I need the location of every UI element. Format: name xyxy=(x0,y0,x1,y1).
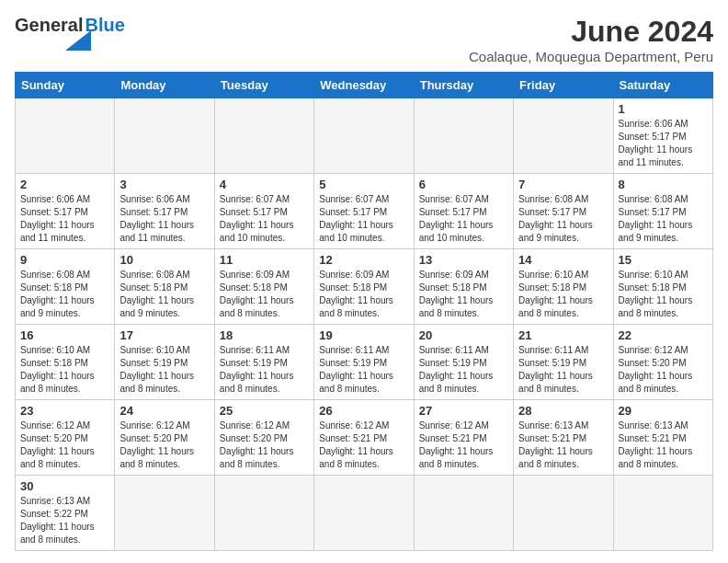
daylight-text: Daylight: 11 hours and 8 minutes. xyxy=(220,371,294,394)
calendar-day-cell xyxy=(514,98,613,174)
sunset-text: Sunset: 5:22 PM xyxy=(20,509,88,519)
calendar-day-cell: 26Sunrise: 6:12 AMSunset: 5:21 PMDayligh… xyxy=(314,400,414,476)
day-info: Sunrise: 6:11 AMSunset: 5:19 PMDaylight:… xyxy=(319,344,408,396)
daylight-text: Daylight: 11 hours and 8 minutes. xyxy=(619,371,693,394)
daylight-text: Daylight: 11 hours and 8 minutes. xyxy=(518,446,593,469)
sunrise-text: Sunrise: 6:11 AM xyxy=(419,345,489,355)
calendar-header-saturday: Saturday xyxy=(613,73,712,98)
calendar-day-cell xyxy=(214,476,313,551)
calendar-week-row: 2Sunrise: 6:06 AMSunset: 5:17 PMDaylight… xyxy=(16,174,713,249)
sunset-text: Sunset: 5:20 PM xyxy=(619,358,687,368)
calendar-day-cell: 3Sunrise: 6:06 AMSunset: 5:17 PMDaylight… xyxy=(115,174,214,249)
calendar-day-cell xyxy=(115,476,214,551)
calendar-day-cell: 16Sunrise: 6:10 AMSunset: 5:18 PMDayligh… xyxy=(16,325,115,400)
day-info: Sunrise: 6:10 AMSunset: 5:18 PMDaylight:… xyxy=(619,269,708,320)
sunrise-text: Sunrise: 6:07 AM xyxy=(419,194,489,204)
sunrise-text: Sunrise: 6:08 AM xyxy=(518,194,588,204)
day-number: 17 xyxy=(119,328,209,342)
day-number: 1 xyxy=(619,102,708,116)
day-number: 5 xyxy=(319,178,408,191)
daylight-text: Daylight: 11 hours and 8 minutes. xyxy=(319,295,393,318)
sunrise-text: Sunrise: 6:10 AM xyxy=(518,270,588,280)
day-number: 27 xyxy=(419,404,508,418)
daylight-text: Daylight: 11 hours and 9 minutes. xyxy=(619,220,693,243)
day-info: Sunrise: 6:07 AMSunset: 5:17 PMDaylight:… xyxy=(319,193,408,245)
day-number: 7 xyxy=(518,178,608,191)
day-number: 6 xyxy=(419,178,508,191)
day-number: 3 xyxy=(119,178,209,191)
day-number: 25 xyxy=(220,404,309,418)
logo-triangle xyxy=(65,30,91,54)
sunrise-text: Sunrise: 6:08 AM xyxy=(119,270,189,280)
daylight-text: Daylight: 11 hours and 8 minutes. xyxy=(20,371,95,394)
day-info: Sunrise: 6:13 AMSunset: 5:21 PMDaylight:… xyxy=(518,419,608,471)
day-number: 15 xyxy=(619,253,708,267)
day-info: Sunrise: 6:12 AMSunset: 5:20 PMDaylight:… xyxy=(20,419,109,471)
calendar-day-cell xyxy=(314,476,414,551)
daylight-text: Daylight: 11 hours and 10 minutes. xyxy=(319,220,393,243)
daylight-text: Daylight: 11 hours and 9 minutes. xyxy=(119,295,194,318)
sunrise-text: Sunrise: 6:06 AM xyxy=(20,194,90,204)
daylight-text: Daylight: 11 hours and 8 minutes. xyxy=(319,446,393,469)
calendar-day-cell: 12Sunrise: 6:09 AMSunset: 5:18 PMDayligh… xyxy=(314,249,414,325)
day-info: Sunrise: 6:09 AMSunset: 5:18 PMDaylight:… xyxy=(319,269,408,320)
sunrise-text: Sunrise: 6:12 AM xyxy=(220,420,290,431)
sunrise-text: Sunrise: 6:07 AM xyxy=(319,194,389,204)
daylight-text: Daylight: 11 hours and 8 minutes. xyxy=(220,446,294,469)
calendar-day-cell: 4Sunrise: 6:07 AMSunset: 5:17 PMDaylight… xyxy=(214,174,313,249)
day-info: Sunrise: 6:09 AMSunset: 5:18 PMDaylight:… xyxy=(419,269,508,320)
calendar-day-cell: 11Sunrise: 6:09 AMSunset: 5:18 PMDayligh… xyxy=(214,249,313,325)
day-number: 10 xyxy=(119,253,209,267)
daylight-text: Daylight: 11 hours and 8 minutes. xyxy=(319,371,393,394)
day-info: Sunrise: 6:08 AMSunset: 5:18 PMDaylight:… xyxy=(20,269,109,320)
calendar-day-cell: 27Sunrise: 6:12 AMSunset: 5:21 PMDayligh… xyxy=(414,400,513,476)
calendar-header-friday: Friday xyxy=(514,73,613,98)
sunrise-text: Sunrise: 6:06 AM xyxy=(619,119,688,129)
day-info: Sunrise: 6:10 AMSunset: 5:19 PMDaylight:… xyxy=(119,344,209,396)
calendar-day-cell: 20Sunrise: 6:11 AMSunset: 5:19 PMDayligh… xyxy=(414,325,513,400)
calendar-header-tuesday: Tuesday xyxy=(214,73,313,98)
day-info: Sunrise: 6:11 AMSunset: 5:19 PMDaylight:… xyxy=(518,344,608,396)
calendar-day-cell: 1Sunrise: 6:06 AMSunset: 5:17 PMDaylight… xyxy=(613,98,712,174)
day-info: Sunrise: 6:10 AMSunset: 5:18 PMDaylight:… xyxy=(518,269,608,320)
daylight-text: Daylight: 11 hours and 9 minutes. xyxy=(518,220,593,243)
calendar-week-row: 16Sunrise: 6:10 AMSunset: 5:18 PMDayligh… xyxy=(16,325,713,400)
day-info: Sunrise: 6:07 AMSunset: 5:17 PMDaylight:… xyxy=(220,193,309,245)
calendar-title: June 2024 xyxy=(469,15,713,49)
sunset-text: Sunset: 5:17 PM xyxy=(119,207,188,217)
sunset-text: Sunset: 5:21 PM xyxy=(518,433,586,443)
calendar-day-cell xyxy=(414,476,513,551)
calendar-day-cell: 24Sunrise: 6:12 AMSunset: 5:20 PMDayligh… xyxy=(115,400,214,476)
calendar-day-cell: 13Sunrise: 6:09 AMSunset: 5:18 PMDayligh… xyxy=(414,249,513,325)
calendar-week-row: 9Sunrise: 6:08 AMSunset: 5:18 PMDaylight… xyxy=(16,249,713,325)
sunset-text: Sunset: 5:18 PM xyxy=(20,358,88,368)
daylight-text: Daylight: 11 hours and 8 minutes. xyxy=(619,295,693,318)
day-number: 28 xyxy=(518,404,608,418)
day-info: Sunrise: 6:11 AMSunset: 5:19 PMDaylight:… xyxy=(419,344,508,396)
calendar-header-thursday: Thursday xyxy=(414,73,513,98)
day-number: 11 xyxy=(220,253,309,267)
sunset-text: Sunset: 5:17 PM xyxy=(20,207,88,217)
day-info: Sunrise: 6:12 AMSunset: 5:20 PMDaylight:… xyxy=(119,419,209,471)
daylight-text: Daylight: 11 hours and 8 minutes. xyxy=(619,446,693,469)
sunset-text: Sunset: 5:19 PM xyxy=(220,358,288,368)
day-info: Sunrise: 6:06 AMSunset: 5:17 PMDaylight:… xyxy=(20,193,109,245)
sunset-text: Sunset: 5:21 PM xyxy=(419,433,487,443)
sunrise-text: Sunrise: 6:10 AM xyxy=(119,345,189,355)
day-info: Sunrise: 6:12 AMSunset: 5:21 PMDaylight:… xyxy=(319,419,408,471)
day-number: 9 xyxy=(20,253,109,267)
day-info: Sunrise: 6:09 AMSunset: 5:18 PMDaylight:… xyxy=(220,269,309,320)
daylight-text: Daylight: 11 hours and 9 minutes. xyxy=(20,295,95,318)
day-number: 23 xyxy=(20,404,109,418)
calendar-day-cell xyxy=(16,98,115,174)
daylight-text: Daylight: 11 hours and 10 minutes. xyxy=(220,220,294,243)
calendar-subtitle: Coalaque, Moquegua Department, Peru xyxy=(469,49,713,64)
daylight-text: Daylight: 11 hours and 8 minutes. xyxy=(419,446,494,469)
calendar-day-cell xyxy=(613,476,712,551)
calendar-header-wednesday: Wednesday xyxy=(314,73,414,98)
sunrise-text: Sunrise: 6:12 AM xyxy=(319,420,389,431)
calendar-day-cell: 14Sunrise: 6:10 AMSunset: 5:18 PMDayligh… xyxy=(514,249,613,325)
sunset-text: Sunset: 5:20 PM xyxy=(119,433,188,443)
logo: GeneralBlue xyxy=(15,15,125,54)
day-info: Sunrise: 6:10 AMSunset: 5:18 PMDaylight:… xyxy=(20,344,109,396)
